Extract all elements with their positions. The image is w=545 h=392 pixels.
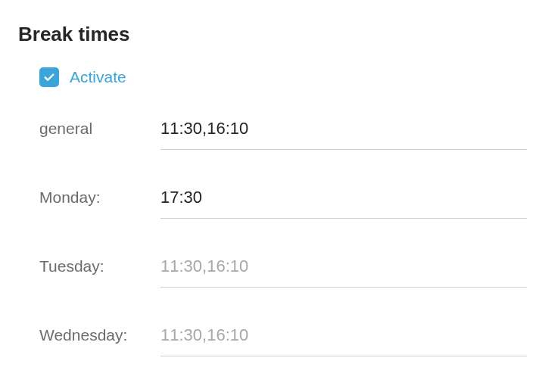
activate-row: Activate — [39, 67, 527, 87]
field-label-tuesday: Tuesday: — [39, 257, 160, 275]
field-input-wrap — [160, 325, 527, 356]
field-label-general: general — [39, 120, 160, 138]
tuesday-input[interactable] — [160, 257, 527, 276]
field-row-tuesday: Tuesday: — [39, 257, 527, 288]
section-title: Break times — [18, 23, 527, 46]
field-label-wednesday: Wednesday: — [39, 326, 160, 344]
check-icon — [42, 70, 56, 84]
general-input[interactable] — [160, 119, 527, 138]
monday-input[interactable] — [160, 188, 527, 207]
wednesday-input[interactable] — [160, 325, 527, 345]
field-input-wrap — [160, 119, 527, 150]
field-row-general: general — [39, 119, 527, 150]
activate-checkbox[interactable] — [39, 67, 59, 87]
field-input-wrap — [160, 188, 527, 219]
field-label-monday: Monday: — [39, 188, 160, 207]
field-input-wrap — [160, 257, 527, 288]
field-row-wednesday: Wednesday: — [39, 325, 527, 356]
field-row-monday: Monday: — [39, 188, 527, 219]
activate-label: Activate — [70, 68, 126, 86]
